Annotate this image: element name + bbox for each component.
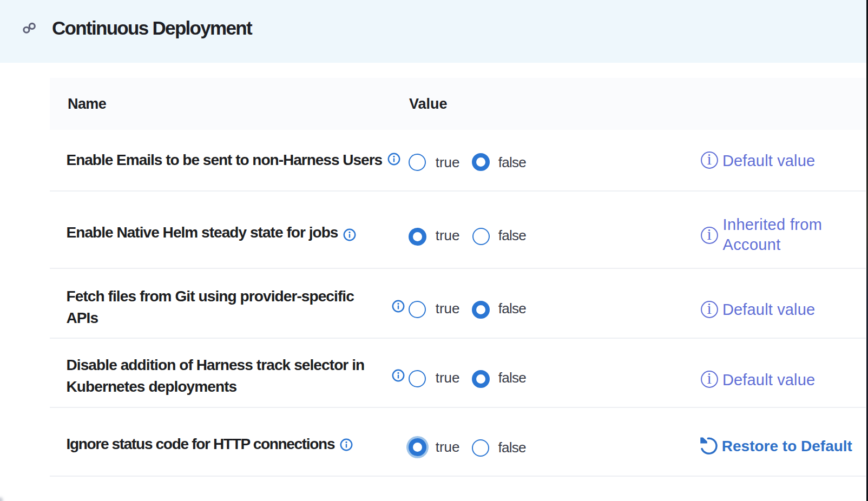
svg-text:i: i [707,371,711,387]
svg-text:i: i [707,301,711,317]
svg-text:i: i [707,227,711,243]
svg-text:i: i [707,151,711,168]
